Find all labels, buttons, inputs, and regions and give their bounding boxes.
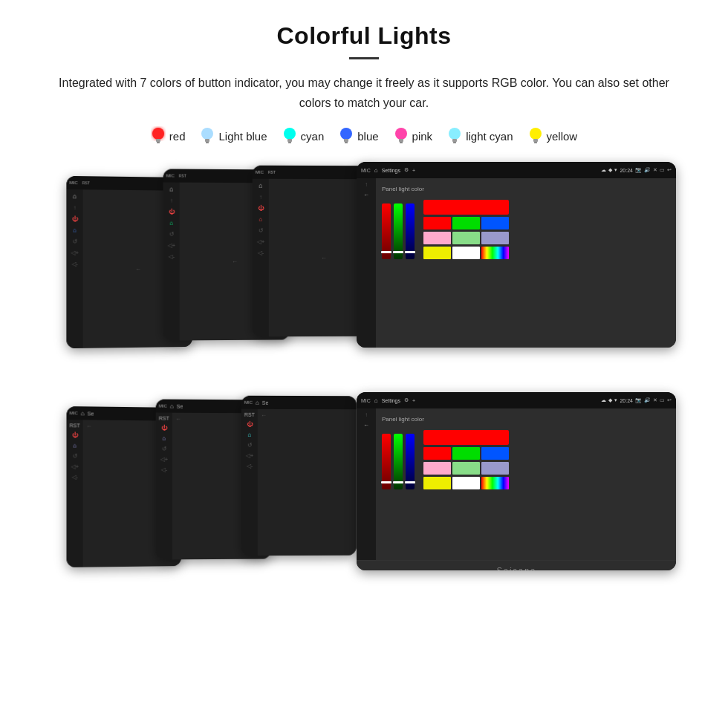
bulb-blue-icon: [339, 126, 354, 146]
color-label-lightblue: Light blue: [218, 130, 267, 143]
color-item-blue: blue: [339, 126, 378, 146]
color-item-lightblue: Light blue: [200, 126, 267, 146]
svg-rect-10: [344, 139, 348, 142]
time-bottom: 20:24: [620, 398, 633, 403]
watermark-bottom: Seicane: [496, 566, 536, 570]
color-item-yellow: yellow: [528, 126, 578, 146]
svg-point-9: [340, 128, 352, 140]
settings-label-bottom: Settings: [382, 398, 400, 403]
bulb-pink-icon: [394, 126, 409, 146]
color-label-cyan: cyan: [301, 130, 325, 143]
bottom-device-group: MIC ⌂ Se RST ⏻ ⌂ ↺ ◁+ ◁- ←: [30, 392, 698, 593]
device-bottom-3: MIC ⌂ Se RST ⏻ ⌂ ↺ ◁+ ◁- ←: [241, 396, 357, 556]
color-label-yellow: yellow: [547, 130, 578, 143]
page-container: Colorful Lights Integrated with 7 colors…: [0, 0, 728, 615]
svg-rect-5: [206, 142, 209, 143]
color-label-red: red: [169, 130, 186, 143]
svg-rect-4: [205, 139, 209, 142]
svg-point-12: [395, 128, 407, 140]
color-label-blue: blue: [357, 130, 378, 143]
svg-rect-16: [452, 139, 457, 142]
svg-point-3: [201, 128, 213, 140]
svg-rect-19: [533, 139, 538, 142]
color-indicators: red Light blue cyan: [30, 126, 698, 146]
svg-point-6: [284, 128, 296, 140]
bulb-red-icon: [151, 126, 166, 146]
page-title: Colorful Lights: [30, 22, 698, 50]
bulb-yellow-icon: [528, 126, 543, 146]
color-item-red: red: [151, 126, 186, 146]
color-label-lightcyan: light cyan: [466, 130, 513, 143]
svg-point-0: [152, 128, 164, 140]
svg-rect-14: [400, 142, 403, 143]
panel-light-label-top: Panel light color: [382, 186, 670, 192]
bulb-lightblue-icon: [200, 126, 215, 146]
svg-rect-1: [156, 139, 160, 142]
svg-rect-11: [345, 142, 348, 143]
svg-rect-20: [534, 142, 537, 143]
bulb-lightcyan-icon: [447, 126, 462, 146]
color-item-cyan: cyan: [282, 126, 325, 146]
svg-rect-17: [453, 142, 456, 143]
top-device-group: MIC RST ⌂ ↑ ⏻ ⌂ ↺ ◁+ ◁- ←: [30, 162, 698, 377]
device-bottom-main: MIC ⌂ Settings ⚙ + ☁ ◆ ▾ 20:24 📷 🔊 ✕ ▭ ↩: [357, 392, 676, 570]
svg-rect-8: [288, 142, 291, 143]
svg-point-18: [530, 128, 542, 140]
color-label-pink: pink: [412, 130, 433, 143]
color-item-pink: pink: [394, 126, 433, 146]
title-divider: [349, 57, 379, 59]
bulb-cyan-icon: [282, 126, 297, 146]
device-top-main: MIC ⌂ Settings ⚙ + ☁ ◆ ▾ 20:24 📷 🔊 ✕ ▭ ↩: [357, 162, 676, 348]
settings-label-top: Settings: [382, 168, 400, 173]
color-item-lightcyan: light cyan: [447, 126, 513, 146]
svg-point-15: [449, 128, 461, 140]
time-top: 20:24: [620, 168, 633, 173]
svg-rect-7: [287, 139, 292, 142]
svg-rect-13: [399, 139, 403, 142]
description: Integrated with 7 colors of button indic…: [45, 73, 683, 113]
svg-rect-2: [157, 142, 160, 143]
panel-light-label-bottom: Panel light color: [382, 416, 670, 423]
